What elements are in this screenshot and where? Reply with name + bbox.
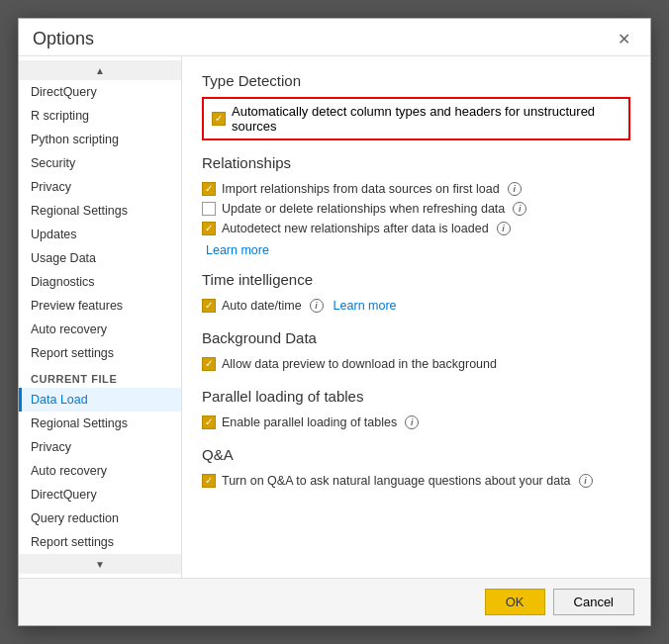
parallel-cb-1[interactable] [202,415,216,429]
auto-detect-row: Automatically detect column types and he… [202,97,630,140]
rel-label-3: Autodetect new relationships after data … [222,222,489,235]
parallel-loading-title: Parallel loading of tables [202,388,630,405]
time-info-1: i [310,299,324,313]
bg-cb-1[interactable] [202,357,216,371]
rel-row-3: Autodetect new relationships after data … [202,219,630,238]
main-content: Type Detection Automatically detect colu… [182,56,650,578]
rel-cb-1[interactable] [202,182,216,196]
rel-label-2: Update or delete relationships when refr… [222,202,505,216]
current-file-label: CURRENT FILE [19,365,181,388]
rel-info-2: i [513,202,526,216]
auto-detect-label: Automatically detect column types and he… [232,104,621,134]
options-dialog: Options ✕ ▲ DirectQuery R scripting Pyth… [18,18,651,626]
bg-label-1: Allow data preview to download in the ba… [222,357,497,371]
sidebar-item-directquery[interactable]: DirectQuery [19,80,181,104]
scroll-up-button[interactable]: ▲ [19,60,181,80]
rel-cb-3[interactable] [202,222,216,235]
time-label-1: Auto date/time [222,299,302,313]
qa-label-1: Turn on Q&A to ask natural language ques… [222,474,571,488]
bg-row-1: Allow data preview to download in the ba… [202,354,630,374]
type-detection-title: Type Detection [202,72,630,89]
ok-button[interactable]: OK [485,589,545,615]
sidebar-item-dataload[interactable]: Data Load [19,388,181,412]
rel-info-3: i [497,222,511,235]
qa-row-1: Turn on Q&A to ask natural language ques… [202,471,630,491]
sidebar-item-reportsettings-cf[interactable]: Report settings [19,530,181,554]
rel-row-1: Import relationships from data sources o… [202,179,630,199]
dialog-title: Options [33,29,612,49]
title-bar: Options ✕ [19,19,650,55]
sidebar-item-security[interactable]: Security [19,151,181,175]
sidebar-item-preview[interactable]: Preview features [19,294,181,318]
dialog-footer: OK Cancel [19,578,650,625]
qa-title: Q&A [202,446,630,463]
sidebar-global-items: DirectQuery R scripting Python scripting… [19,80,181,554]
time-row-1: Auto date/time i Learn more [202,296,630,316]
sidebar-item-directquery-cf[interactable]: DirectQuery [19,483,181,506]
sidebar-item-usagedata[interactable]: Usage Data [19,246,181,270]
sidebar-item-reportsettings-global[interactable]: Report settings [19,341,181,365]
rel-row-2: Update or delete relationships when refr… [202,199,630,219]
sidebar-item-regional[interactable]: Regional Settings [19,199,181,223]
sidebar-item-privacy[interactable]: Privacy [19,175,181,199]
sidebar-item-privacy-cf[interactable]: Privacy [19,435,181,459]
parallel-label-1: Enable parallel loading of tables [222,415,397,429]
sidebar-item-updates[interactable]: Updates [19,223,181,246]
rel-cb-2[interactable] [202,202,216,216]
rel-info-1: i [508,182,522,196]
cancel-button[interactable]: Cancel [553,589,634,615]
sidebar-item-diagnostics[interactable]: Diagnostics [19,270,181,294]
parallel-info-1: i [405,415,419,429]
relationships-title: Relationships [202,154,630,171]
sidebar-item-rscripting[interactable]: R scripting [19,104,181,128]
qa-cb-1[interactable] [202,474,216,488]
sidebar-item-regional-cf[interactable]: Regional Settings [19,412,181,435]
rel-label-1: Import relationships from data sources o… [222,182,500,196]
time-learn-more[interactable]: Learn more [334,299,397,313]
time-cb-1[interactable] [202,299,216,313]
sidebar: ▲ DirectQuery R scripting Python scripti… [19,56,182,578]
parallel-row-1: Enable parallel loading of tables i [202,413,630,432]
sidebar-item-python[interactable]: Python scripting [19,128,181,151]
dialog-body: ▲ DirectQuery R scripting Python scripti… [19,55,650,578]
close-button[interactable]: ✕ [612,30,636,49]
relationships-learn-more[interactable]: Learn more [206,243,269,257]
scroll-down-button[interactable]: ▼ [19,554,181,574]
background-data-title: Background Data [202,329,630,346]
sidebar-item-autorecovery-cf[interactable]: Auto recovery [19,459,181,483]
qa-info-1: i [579,474,593,488]
sidebar-item-queryreduction[interactable]: Query reduction [19,506,181,530]
auto-detect-checkbox[interactable] [212,112,226,126]
time-intelligence-title: Time intelligence [202,271,630,288]
sidebar-item-autorecovery-global[interactable]: Auto recovery [19,318,181,341]
